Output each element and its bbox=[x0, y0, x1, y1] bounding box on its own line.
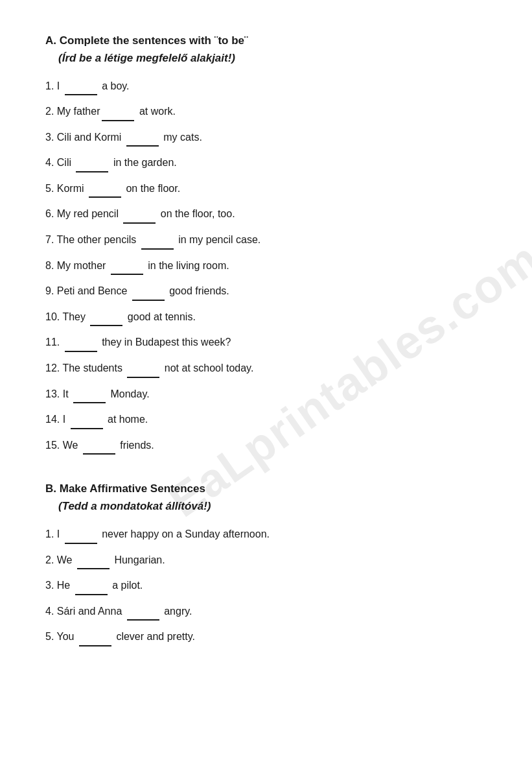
fill-blank bbox=[132, 283, 165, 301]
list-item: 1. I a boy. bbox=[45, 78, 487, 96]
list-item: 5. Kormi on the floor. bbox=[45, 180, 487, 198]
section-a: A. Complete the sentences with ¨to be¨ (… bbox=[45, 32, 487, 455]
section-b-title: B. Make Affirmative Sentences bbox=[45, 480, 487, 497]
fill-blank bbox=[126, 129, 159, 147]
list-item: 14. I at home. bbox=[45, 411, 487, 429]
list-item: 2. We Hungarian. bbox=[45, 552, 487, 570]
fill-blank bbox=[83, 437, 115, 455]
list-item: 3. Cili and Kormi my cats. bbox=[45, 129, 487, 147]
fill-blank bbox=[127, 360, 159, 378]
fill-blank bbox=[65, 78, 97, 96]
list-item: 8. My mother in the living room. bbox=[45, 257, 487, 276]
list-item: 13. It Monday. bbox=[45, 386, 487, 404]
list-item: 6. My red pencil on the floor, too. bbox=[45, 206, 487, 224]
fill-blank bbox=[65, 526, 97, 544]
fill-blank bbox=[77, 552, 110, 570]
list-item: 11. they in Budapest this week? bbox=[45, 334, 487, 352]
section-a-subtitle: (Írd be a létige megfelelő alakjait!) bbox=[45, 52, 487, 65]
fill-blank bbox=[75, 577, 108, 595]
fill-blank bbox=[65, 334, 97, 352]
fill-blank bbox=[76, 154, 108, 172]
fill-blank bbox=[111, 257, 143, 276]
list-item: 1. I never happy on a Sunday afternoon. bbox=[45, 526, 487, 544]
fill-blank bbox=[102, 103, 134, 121]
list-item: 7. The other pencils in my pencil case. bbox=[45, 231, 487, 250]
list-item: 9. Peti and Bence good friends. bbox=[45, 283, 487, 301]
list-item: 4. Sári and Anna angry. bbox=[45, 603, 487, 621]
list-item: 10. They good at tennis. bbox=[45, 309, 487, 327]
fill-blank bbox=[71, 411, 103, 429]
list-item: 12. The students not at school today. bbox=[45, 360, 487, 378]
fill-blank bbox=[79, 628, 111, 646]
fill-blank bbox=[90, 309, 122, 327]
fill-blank bbox=[123, 206, 156, 224]
fill-blank bbox=[89, 180, 121, 198]
list-item: 5. You clever and pretty. bbox=[45, 628, 487, 646]
section-b-subtitle: (Tedd a mondatokat állítóvá!) bbox=[45, 500, 487, 513]
fill-blank bbox=[141, 231, 174, 250]
section-a-list: 1. I a boy.2. My father at work.3. Cili … bbox=[45, 78, 487, 455]
list-item: 2. My father at work. bbox=[45, 103, 487, 121]
list-item: 4. Cili in the garden. bbox=[45, 154, 487, 172]
fill-blank bbox=[127, 603, 159, 621]
fill-blank bbox=[73, 386, 106, 404]
section-b-list: 1. I never happy on a Sunday afternoon.2… bbox=[45, 526, 487, 646]
list-item: 15. We friends. bbox=[45, 437, 487, 455]
list-item: 3. He a pilot. bbox=[45, 577, 487, 595]
section-a-title: A. Complete the sentences with ¨to be¨ bbox=[45, 32, 487, 49]
section-b: B. Make Affirmative Sentences (Tedd a mo… bbox=[45, 480, 487, 646]
